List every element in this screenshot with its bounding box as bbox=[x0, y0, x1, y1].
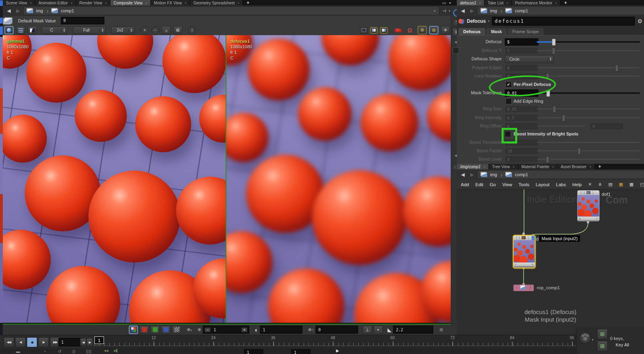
close-icon[interactable]: × bbox=[479, 1, 481, 5]
cop-move-icon[interactable]: ✛ bbox=[441, 26, 450, 34]
forward-icon[interactable]: ▶ bbox=[468, 171, 476, 178]
defocus-y-slider[interactable] bbox=[537, 50, 640, 51]
lens-rotation-slider[interactable] bbox=[537, 76, 640, 77]
close-icon[interactable]: × bbox=[145, 1, 147, 5]
play-forward-button[interactable]: ▶ bbox=[38, 337, 49, 347]
chevron-down-icon[interactable]: ▾ bbox=[434, 9, 435, 13]
spinner-icon[interactable]: ▲▼ bbox=[128, 28, 134, 32]
clock-icon[interactable]: ◷ bbox=[72, 349, 76, 354]
tab-take-list[interactable]: Take List× bbox=[484, 0, 512, 6]
ring-intensity-slider[interactable] bbox=[537, 117, 640, 118]
tab-defocus1[interactable]: defocus1× bbox=[457, 0, 484, 6]
menu-labs[interactable]: Labs bbox=[556, 182, 566, 187]
offset-field[interactable]: 0 bbox=[316, 326, 358, 334]
close-icon[interactable]: × bbox=[105, 1, 107, 5]
tab-scene-view[interactable]: Scene View× bbox=[3, 0, 35, 6]
tab-img-comp1[interactable]: /img/comp1× bbox=[457, 164, 489, 169]
close-icon[interactable]: × bbox=[506, 1, 508, 5]
param-tab-mask[interactable]: Mask bbox=[486, 28, 507, 35]
boost-threshold-field[interactable]: 0.95 bbox=[505, 139, 538, 146]
tab-tree-view[interactable]: Tree View× bbox=[489, 164, 518, 169]
wrench-icon[interactable]: ✕ bbox=[588, 182, 592, 187]
ring-intensity-field[interactable]: 0.5 bbox=[505, 114, 538, 121]
close-icon[interactable]: × bbox=[513, 165, 515, 169]
grid-icon[interactable]: ⊞ bbox=[440, 327, 443, 332]
exposure-field[interactable]: − 1 + bbox=[203, 326, 249, 334]
key-all-grid-button[interactable]: ⊞ bbox=[597, 341, 608, 351]
ring-offset-field[interactable]: 0 bbox=[505, 123, 538, 130]
forward-icon[interactable]: ▶ bbox=[14, 8, 22, 14]
per-pixel-defocus-checkbox[interactable]: ✔ bbox=[506, 82, 512, 88]
breadcrumb[interactable]: img › comp1 bbox=[477, 170, 644, 179]
adaptation-icon[interactable]: ⊥ bbox=[363, 326, 372, 334]
timeline-ruler[interactable]: 1 1224364860728496 bbox=[94, 335, 576, 349]
go-to-start-button[interactable]: ◀◀ bbox=[4, 337, 14, 347]
menu-go[interactable]: Go bbox=[490, 182, 496, 187]
plus-icon[interactable]: + bbox=[242, 328, 247, 332]
export-icon[interactable]: ▬ bbox=[16, 349, 20, 354]
grid-view-icon[interactable]: ▦ bbox=[630, 182, 634, 187]
audio-icon[interactable]: ◔ bbox=[43, 349, 46, 354]
sled-icon[interactable] bbox=[395, 28, 402, 32]
viewer-pane-right[interactable]: defocus1 1080x1080 fr 1 C bbox=[226, 35, 451, 323]
close-icon[interactable]: × bbox=[30, 1, 32, 5]
close-icon[interactable]: × bbox=[238, 1, 240, 5]
spinner-icon[interactable]: ▲▼ bbox=[100, 28, 105, 32]
close-icon[interactable]: × bbox=[484, 165, 486, 169]
frame-all-icon[interactable]: ⊞ bbox=[173, 26, 182, 34]
home-view-icon[interactable]: ⌂ bbox=[162, 26, 171, 34]
menu-add[interactable]: Add bbox=[461, 182, 469, 187]
defocus-shape-dropdown[interactable]: Circle ▲▼ bbox=[505, 55, 554, 63]
spinner-icon[interactable]: ▲▼ bbox=[548, 57, 553, 61]
boost-level-field[interactable]: 0 bbox=[505, 156, 538, 163]
sparkle-dropdown-icon[interactable]: ❋▾ bbox=[187, 327, 192, 332]
new-tab-button[interactable]: + bbox=[243, 0, 253, 6]
close-icon[interactable]: × bbox=[555, 1, 557, 5]
node-name-field[interactable]: defocus1 bbox=[492, 17, 635, 26]
range-end-field[interactable]: 1 bbox=[291, 349, 310, 354]
back-icon[interactable]: ◀ bbox=[459, 8, 467, 14]
back-icon[interactable]: ◀ bbox=[5, 8, 13, 14]
tab-animation-editor[interactable]: Animation Editor× bbox=[35, 0, 76, 6]
node-rop-comp1[interactable] bbox=[513, 284, 534, 291]
channel-rgb-button[interactable] bbox=[129, 326, 138, 334]
key-all-label[interactable]: Key All bbox=[616, 342, 629, 347]
new-tab-button[interactable]: + bbox=[595, 164, 605, 169]
close-icon[interactable]: × bbox=[589, 165, 591, 169]
tab-render-view[interactable]: Render View× bbox=[76, 0, 110, 6]
pin-view-icon[interactable]: ⊣ bbox=[440, 8, 448, 14]
tab-asset-browser[interactable]: Asset Browser× bbox=[558, 164, 595, 169]
view-channels-toggle[interactable] bbox=[16, 26, 25, 34]
current-frame-field[interactable]: 1 bbox=[58, 338, 83, 346]
gear-icon[interactable]: ⚙ bbox=[637, 18, 642, 24]
ring-offset-slider[interactable] bbox=[537, 125, 585, 127]
undo-icon[interactable]: ↺ bbox=[58, 349, 61, 354]
channel-alpha-button[interactable] bbox=[172, 326, 181, 334]
param-tab-frame-scope[interactable]: Frame Scope bbox=[508, 28, 544, 35]
defocus-y-field[interactable]: 5 bbox=[505, 47, 538, 54]
forward-icon[interactable]: ▶ bbox=[468, 8, 476, 14]
ring-offset-field-2[interactable]: 0 bbox=[590, 123, 624, 130]
node-type-label[interactable]: Defocus bbox=[467, 18, 486, 24]
layout-split-right-toggle[interactable] bbox=[380, 27, 388, 34]
lens-rotation-field[interactable]: 0 bbox=[505, 73, 538, 80]
minus-icon[interactable]: − bbox=[205, 328, 210, 332]
close-icon[interactable]: × bbox=[71, 1, 73, 5]
keyframe-grid-button[interactable]: ⊞ bbox=[597, 329, 608, 339]
composite-viewer[interactable]: gamma1 1080x1080 fr 1 C defocus1 1080x10… bbox=[3, 35, 451, 324]
menu-view[interactable]: View bbox=[502, 182, 512, 187]
viewer-split-divider[interactable] bbox=[226, 35, 226, 323]
channel-green-button[interactable] bbox=[150, 326, 160, 334]
tree-icon[interactable]: ⋔ bbox=[598, 182, 602, 187]
menu-layout[interactable]: Layout bbox=[536, 182, 550, 187]
breadcrumb[interactable]: img › comp1 bbox=[477, 6, 644, 15]
list-icon[interactable]: ▤ bbox=[608, 182, 612, 187]
boost-factor-slider[interactable] bbox=[537, 150, 640, 151]
close-icon[interactable]: × bbox=[185, 1, 187, 5]
default-mask-value-field[interactable]: 0 bbox=[61, 17, 104, 24]
add-edge-ring-checkbox[interactable] bbox=[506, 98, 512, 104]
new-tab-button[interactable]: + bbox=[560, 0, 570, 6]
breadcrumb[interactable]: img › comp1 ▾ bbox=[23, 6, 439, 15]
node-defocus1[interactable]: ▪c bbox=[513, 235, 536, 268]
view-sphere-toggle[interactable] bbox=[4, 26, 14, 34]
